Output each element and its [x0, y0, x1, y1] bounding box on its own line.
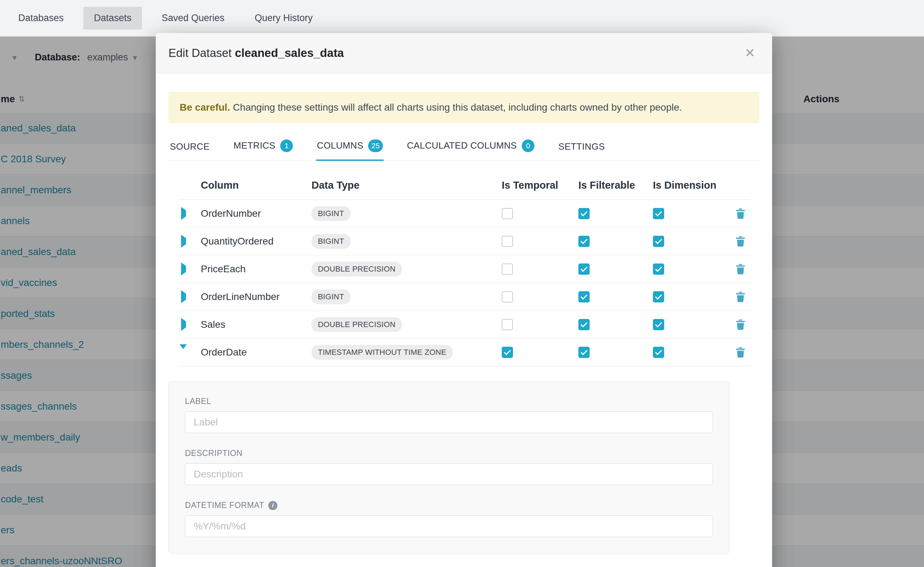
columns-table-body: OrderNumber BIGINT QuantityOrdered BIGIN… [178, 200, 750, 366]
is-temporal-checkbox[interactable] [502, 291, 513, 303]
delete-icon[interactable] [736, 236, 745, 247]
description-field-label: DESCRIPTION [185, 448, 713, 459]
label-input[interactable] [185, 411, 713, 433]
description-field-group: DESCRIPTION [185, 448, 713, 485]
label-field-label: LABEL [185, 397, 713, 406]
modal-tabs: SOURCE METRICS 1 COLUMNS 25 CALCULATED C… [169, 140, 760, 161]
is-filterable-checkbox[interactable] [578, 236, 590, 247]
column-row: OrderDate TIMESTAMP WITHOUT TIME ZONE [178, 339, 750, 366]
warning-bold-text: Be careful. [180, 102, 230, 113]
description-input[interactable] [185, 464, 713, 485]
column-name: QuantityOrdered [201, 236, 312, 247]
tab-settings[interactable]: SETTINGS [558, 141, 605, 160]
delete-icon[interactable] [736, 208, 745, 219]
is-dimension-checkbox[interactable] [653, 291, 664, 303]
tab-label: CALCULATED COLUMNS [407, 140, 517, 151]
expand-caret-icon[interactable] [181, 290, 186, 303]
warning-text: Changing these settings will affect all … [233, 102, 682, 113]
label-field-group: LABEL [185, 397, 713, 433]
info-icon[interactable]: i [268, 501, 277, 510]
column-header: Column [201, 180, 312, 191]
nav-item-query-history[interactable]: Query History [244, 7, 323, 30]
column-name: PriceEach [201, 264, 312, 275]
data-type-pill: BIGINT [312, 234, 351, 249]
tab-columns[interactable]: COLUMNS 25 [316, 140, 384, 160]
column-name: Sales [201, 319, 312, 330]
tab-label: COLUMNS [317, 140, 363, 151]
modal-body: Be careful.Changing these settings will … [156, 92, 772, 554]
column-row: OrderLineNumber BIGINT [178, 283, 750, 311]
modal-title-dataset-name: cleaned_sales_data [235, 46, 344, 59]
description-field-label-text: DESCRIPTION [185, 448, 242, 458]
expand-caret-icon[interactable] [181, 207, 186, 220]
is-dimension-checkbox[interactable] [653, 319, 664, 330]
column-row: PriceEach DOUBLE PRECISION [178, 255, 750, 283]
label-field-label-text: LABEL [185, 397, 211, 406]
expand-caret-icon[interactable] [181, 318, 186, 331]
data-type-pill: BIGINT [312, 206, 351, 221]
tab-label: METRICS [233, 140, 275, 151]
is-temporal-checkbox[interactable] [502, 236, 513, 247]
column-name: OrderLineNumber [201, 291, 312, 303]
columns-table: Column Data Type Is Temporal Is Filterab… [178, 161, 750, 366]
column-name: OrderDate [201, 347, 312, 358]
is-filterable-header: Is Filterable [578, 180, 653, 191]
is-temporal-header: Is Temporal [502, 180, 578, 191]
column-name: OrderNumber [201, 208, 312, 219]
is-temporal-checkbox[interactable] [502, 264, 513, 275]
is-filterable-checkbox[interactable] [578, 319, 590, 330]
column-row: QuantityOrdered BIGINT [178, 228, 750, 255]
data-type-pill: TIMESTAMP WITHOUT TIME ZONE [312, 345, 453, 360]
top-nav: Databases Datasets Saved Queries Query H… [0, 0, 924, 36]
delete-icon[interactable] [736, 320, 745, 330]
data-type-pill: BIGINT [312, 290, 351, 304]
column-row: OrderNumber BIGINT [178, 200, 750, 228]
datetime-format-field-label: DATETIME FORMAT i [185, 501, 713, 510]
delete-icon[interactable] [736, 264, 745, 274]
datetime-format-label-text: DATETIME FORMAT [185, 501, 264, 510]
modal-title: Edit Dataset cleaned_sales_data [169, 46, 344, 60]
data-type-header: Data Type [312, 180, 502, 191]
tab-label: SETTINGS [558, 141, 605, 152]
is-temporal-checkbox[interactable] [502, 319, 513, 330]
is-filterable-checkbox[interactable] [578, 208, 590, 219]
is-dimension-header: Is Dimension [653, 180, 733, 191]
tab-calculated-columns[interactable]: CALCULATED COLUMNS 0 [406, 140, 535, 160]
data-type-pill: DOUBLE PRECISION [312, 317, 402, 332]
delete-icon[interactable] [736, 292, 745, 302]
expand-caret-icon[interactable] [181, 262, 186, 275]
tab-source[interactable]: SOURCE [169, 141, 210, 160]
is-dimension-checkbox[interactable] [653, 264, 664, 275]
tab-label: SOURCE [170, 141, 209, 152]
edit-dataset-modal: Edit Dataset cleaned_sales_data ✕ Be car… [156, 33, 772, 567]
column-detail-panel: LABEL DESCRIPTION DATETIME FORMAT i [169, 381, 730, 554]
columns-table-header: Column Data Type Is Temporal Is Filterab… [178, 161, 750, 200]
tab-count-badge: 0 [522, 140, 534, 152]
column-row: Sales DOUBLE PRECISION [178, 311, 750, 339]
data-type-pill: DOUBLE PRECISION [312, 262, 402, 276]
tab-metrics[interactable]: METRICS 1 [233, 140, 293, 160]
expand-caret-icon[interactable] [181, 235, 186, 248]
is-temporal-checkbox[interactable] [502, 347, 513, 358]
is-dimension-checkbox[interactable] [653, 236, 664, 247]
nav-item-databases[interactable]: Databases [8, 7, 74, 30]
expand-caret-icon[interactable] [180, 344, 187, 355]
warning-banner: Be careful.Changing these settings will … [169, 92, 760, 123]
is-filterable-checkbox[interactable] [578, 264, 590, 275]
tab-count-badge: 1 [280, 140, 293, 152]
datetime-format-input[interactable] [185, 515, 713, 537]
is-dimension-checkbox[interactable] [653, 347, 664, 358]
delete-icon[interactable] [736, 347, 745, 358]
tab-count-badge: 25 [368, 140, 383, 152]
modal-title-prefix: Edit Dataset [169, 46, 232, 59]
nav-item-datasets[interactable]: Datasets [83, 7, 142, 30]
modal-header: Edit Dataset cleaned_sales_data ✕ [156, 33, 772, 74]
datetime-format-field-group: DATETIME FORMAT i [185, 501, 713, 537]
close-icon[interactable]: ✕ [743, 46, 757, 60]
is-temporal-checkbox[interactable] [502, 208, 513, 219]
is-filterable-checkbox[interactable] [578, 347, 590, 358]
is-filterable-checkbox[interactable] [578, 291, 590, 303]
is-dimension-checkbox[interactable] [653, 208, 664, 219]
nav-item-saved-queries[interactable]: Saved Queries [151, 7, 235, 30]
